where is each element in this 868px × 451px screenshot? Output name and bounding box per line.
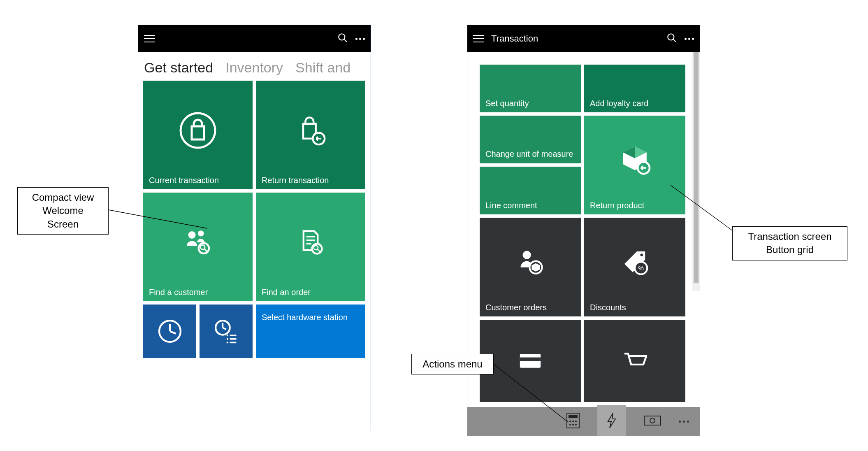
- svg-line-20: [223, 328, 226, 329]
- document-search-icon: [262, 197, 360, 288]
- footer-more-icon[interactable]: [679, 421, 689, 423]
- svg-point-42: [569, 424, 571, 425]
- search-icon[interactable]: [337, 33, 348, 45]
- svg-point-23: [226, 338, 228, 340]
- footer-bar: [467, 407, 700, 436]
- tile-label: Find a customer: [149, 288, 247, 297]
- shopping-bag-return-icon: [262, 85, 360, 176]
- clock-icon: [143, 305, 196, 358]
- tile-label: Customer orders: [485, 303, 575, 312]
- calculator-icon[interactable]: [566, 412, 580, 430]
- welcome-tile-grid: Current transaction Return transaction: [138, 81, 371, 410]
- people-search-icon: [149, 197, 247, 288]
- tile-partial-1[interactable]: [480, 320, 581, 402]
- svg-point-43: [572, 424, 574, 425]
- tile-set-quantity[interactable]: Set quantity: [480, 65, 581, 112]
- tile-change-uom[interactable]: Change unit of measure: [480, 116, 581, 163]
- svg-point-0: [339, 34, 345, 40]
- tile-label: Find an order: [262, 288, 360, 297]
- tile-label: Current transaction: [149, 176, 247, 185]
- tile-return-transaction[interactable]: Return transaction: [256, 81, 365, 189]
- svg-point-5: [198, 230, 204, 236]
- svg-point-32: [640, 253, 643, 256]
- page-title: Transaction: [491, 33, 538, 44]
- transaction-screen-frame: Transaction Set quantity Change unit of …: [467, 25, 700, 436]
- tile-label: Add loyalty card: [590, 99, 680, 108]
- tab-inventory[interactable]: Inventory: [225, 60, 283, 76]
- svg-point-2: [181, 113, 215, 148]
- svg-point-27: [668, 34, 674, 40]
- svg-point-21: [226, 335, 228, 336]
- callout-welcome: Compact viewWelcomeScreen: [17, 187, 109, 235]
- svg-point-44: [575, 424, 577, 425]
- tile-current-transaction[interactable]: Current transaction: [143, 81, 253, 189]
- callout-actions-menu: Actions menu: [411, 354, 494, 374]
- hamburger-icon[interactable]: [473, 35, 484, 42]
- tile-label: Change unit of measure: [485, 149, 575, 159]
- package-return-icon: [590, 120, 680, 201]
- tile-find-order[interactable]: Find an order: [256, 193, 365, 301]
- header-bar: [138, 25, 371, 52]
- svg-rect-45: [644, 416, 661, 425]
- svg-text:%: %: [638, 265, 643, 272]
- svg-line-1: [344, 39, 347, 42]
- callout-text: Transaction screenButton grid: [748, 231, 831, 255]
- svg-rect-38: [569, 415, 578, 418]
- svg-point-39: [569, 421, 571, 422]
- tile-label: Set quantity: [485, 99, 575, 108]
- svg-point-40: [572, 421, 574, 422]
- search-icon[interactable]: [666, 33, 677, 45]
- tile-label: Return transaction: [262, 176, 360, 185]
- scrollbar-thumb[interactable]: [694, 52, 699, 283]
- cart-icon: [590, 324, 680, 398]
- tile-return-product[interactable]: Return product: [584, 116, 685, 214]
- tile-label: Line comment: [485, 201, 575, 210]
- tile-add-loyalty-card[interactable]: Add loyalty card: [584, 65, 685, 112]
- scrollbar[interactable]: [692, 52, 700, 291]
- svg-rect-36: [520, 358, 541, 361]
- svg-point-46: [650, 418, 655, 423]
- hamburger-icon[interactable]: [144, 35, 155, 42]
- tile-customer-orders[interactable]: Customer orders: [480, 218, 581, 316]
- callout-button-grid: Transaction screenButton grid: [732, 226, 847, 260]
- tile-label: Discounts: [590, 303, 680, 312]
- tile-clock-list[interactable]: [200, 305, 253, 358]
- svg-point-4: [188, 231, 196, 239]
- more-icon[interactable]: [685, 38, 694, 40]
- welcome-screen-frame: Get started Inventory Shift and Current …: [138, 25, 371, 431]
- svg-point-25: [226, 342, 228, 343]
- tab-strip: Get started Inventory Shift and: [138, 52, 371, 81]
- shopping-bag-circle-icon: [149, 85, 247, 176]
- tile-clock[interactable]: [143, 305, 196, 358]
- tile-partial-2[interactable]: [584, 320, 685, 402]
- tile-discounts[interactable]: % Discounts: [584, 218, 685, 316]
- card-icon: [485, 324, 575, 398]
- tab-shift[interactable]: Shift and: [295, 60, 350, 76]
- actions-lightning-icon[interactable]: [597, 405, 626, 436]
- tab-get-started[interactable]: Get started: [144, 60, 213, 76]
- tile-select-hardware-station[interactable]: Select hardware station: [256, 305, 365, 358]
- callout-text: Actions menu: [422, 358, 482, 370]
- person-package-icon: [485, 222, 575, 303]
- discount-tag-icon: %: [590, 222, 680, 303]
- tile-label: Select hardware station: [262, 312, 360, 323]
- callout-text: Compact viewWelcomeScreen: [32, 192, 94, 230]
- more-icon[interactable]: [355, 38, 365, 40]
- svg-point-30: [523, 251, 531, 259]
- tile-line-comment[interactable]: Line comment: [480, 167, 581, 214]
- svg-line-17: [170, 331, 176, 334]
- cash-icon[interactable]: [643, 414, 661, 428]
- svg-point-41: [575, 421, 577, 422]
- transaction-button-grid: Set quantity Change unit of measure Line…: [467, 52, 700, 406]
- clock-list-icon: [200, 305, 253, 358]
- tile-find-customer[interactable]: Find a customer: [143, 193, 253, 301]
- header-bar: Transaction: [467, 25, 700, 52]
- tile-label: Return product: [590, 201, 680, 210]
- svg-line-28: [673, 39, 676, 42]
